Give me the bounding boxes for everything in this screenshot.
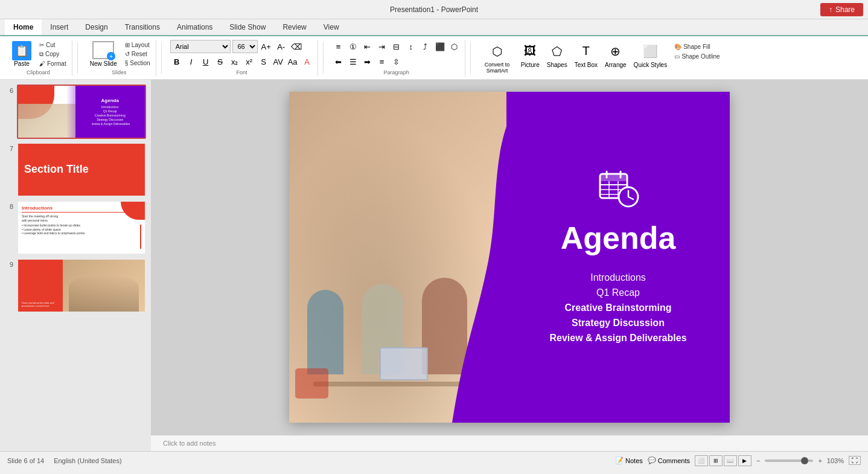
new-slide-label: New Slide <box>90 60 117 67</box>
share-button[interactable]: ↑ Share <box>820 3 863 16</box>
paragraph-group: ≡ ① ⇤ ⇥ ⊟ ↕ ⤴ ⬛ ⬡ ⬅ ☰ ➡ ≡ ⇳ Paragraph <box>328 40 465 76</box>
fit-slide-button[interactable]: ⛶ <box>849 456 861 465</box>
notes-bar[interactable]: Click to add notes <box>151 435 868 451</box>
slide-thumb-6[interactable]: Agenda IntroductionsQ1 RecapCreative Bra… <box>17 85 146 139</box>
cut-button[interactable]: ✂ Cut <box>37 41 68 49</box>
italic-button[interactable]: I <box>185 55 198 68</box>
increase-font-button[interactable]: A+ <box>260 40 273 53</box>
notes-placeholder[interactable]: Click to add notes <box>163 440 215 447</box>
paste-button[interactable]: 📋 Paste <box>8 40 35 68</box>
convert-smartart-label: Convert to SmartArt <box>482 62 512 74</box>
convert-smartart-button[interactable]: ⬡ Convert to SmartArt <box>479 40 515 75</box>
tab-slideshow[interactable]: Slide Show <box>221 19 274 35</box>
slide-sorter-button[interactable]: ⊞ <box>709 455 723 466</box>
align-center-button[interactable]: ☰ <box>346 55 360 68</box>
reset-icon: ↺ <box>125 51 130 57</box>
slide-info: Slide 6 of 14 <box>7 457 44 464</box>
format-button[interactable]: 🖌 Format <box>37 60 68 68</box>
tab-transitions[interactable]: Transitions <box>116 19 168 35</box>
numbering-button[interactable]: ① <box>346 40 360 53</box>
quick-styles-icon: ⬜ <box>641 42 659 60</box>
new-slide-button[interactable]: + New Slide <box>86 40 121 68</box>
shadow-button[interactable]: S <box>257 55 270 68</box>
smartart-convert-button[interactable]: ⬡ <box>448 40 461 53</box>
columns-button[interactable]: ⊟ <box>390 40 403 53</box>
slide-thumbnail-8[interactable]: 8 Introductions Start the meeting off st… <box>5 200 146 255</box>
subscript-button[interactable]: x₂ <box>228 55 241 68</box>
svg-rect-1 <box>600 174 627 181</box>
picture-button[interactable]: 🖼 Picture <box>518 40 543 70</box>
align-text-button[interactable]: ⬛ <box>433 40 447 53</box>
shape-outline-button[interactable]: ▭ Shape Outline <box>672 53 721 60</box>
clipboard-group: 📋 Paste ✂ Cut ⧉ Copy 🖌 Format Clipboard <box>5 40 72 76</box>
layout-button[interactable]: ⊞ Layout <box>123 41 152 49</box>
slide-thumbnail-6[interactable]: 6 Agenda IntroductionsQ1 RecapCreative B… <box>5 85 146 139</box>
slide-edit-area: Agenda Introductions Q1 Recap Creative B… <box>151 80 868 451</box>
format-label: Format <box>47 60 66 67</box>
sep3 <box>323 42 324 74</box>
drawing-group: ⬡ Convert to SmartArt 🖼 Picture ⬠ Shapes… <box>476 39 726 77</box>
clear-format-button[interactable]: ⌫ <box>290 40 303 53</box>
arrange-button[interactable]: ⊕ Arrange <box>602 40 630 70</box>
strikethrough-button[interactable]: S <box>214 55 227 68</box>
superscript-button[interactable]: x² <box>243 55 256 68</box>
line-height-button[interactable]: ⇳ <box>390 55 403 68</box>
change-case-button[interactable]: Aa <box>286 55 299 68</box>
slideshow-view-button[interactable]: ▶ <box>738 455 752 466</box>
reset-button[interactable]: ↺ Reset <box>123 50 152 58</box>
tab-review[interactable]: Review <box>274 19 314 35</box>
quick-styles-label: Quick Styles <box>634 62 668 68</box>
clipboard-group-label: Clipboard <box>27 69 50 75</box>
reset-label: Reset <box>132 51 147 57</box>
underline-button[interactable]: U <box>199 55 212 68</box>
slide-thumb-8[interactable]: Introductions Start the meeting off stro… <box>17 200 146 255</box>
justify-button[interactable]: ≡ <box>375 55 389 68</box>
slide-thumb-9[interactable]: Some text about this slide and presentat… <box>17 258 146 313</box>
align-right-button[interactable]: ➡ <box>361 55 374 68</box>
smartart-icon: ⬡ <box>488 42 506 60</box>
copy-button[interactable]: ⧉ Copy <box>37 50 68 59</box>
tab-home[interactable]: Home <box>5 18 42 35</box>
slide-thumb-7[interactable]: Section Title <box>17 143 146 197</box>
shape-fill-button[interactable]: 🎨 Shape Fill <box>672 43 721 51</box>
shapes-button[interactable]: ⬠ Shapes <box>544 40 570 70</box>
copy-icon: ⧉ <box>39 51 43 58</box>
quick-styles-button[interactable]: ⬜ Quick Styles <box>631 40 671 70</box>
tab-design[interactable]: Design <box>77 19 116 35</box>
font-group-label: Font <box>237 69 247 75</box>
reading-view-button[interactable]: 📖 <box>724 455 737 466</box>
normal-view-button[interactable]: ⬜ <box>695 455 708 466</box>
cut-label: Cut <box>46 42 56 48</box>
slide-thumbnail-9[interactable]: 9 Some text about this slide and present… <box>5 258 146 313</box>
zoom-level: 103% <box>827 457 844 464</box>
align-left-button[interactable]: ⬅ <box>332 55 345 68</box>
section-button[interactable]: § Section <box>123 59 152 67</box>
slide-thumbnail-7[interactable]: 7 Section Title <box>5 143 146 197</box>
slide-number-6: 6 <box>5 85 13 94</box>
zoom-slider[interactable] <box>765 460 813 462</box>
decrease-indent-button[interactable]: ⇤ <box>361 40 374 53</box>
agenda-item-5: Review & Assign Deliverables <box>549 333 686 344</box>
slide-7-title: Section Title <box>24 164 89 176</box>
notes-status-button[interactable]: 📝 Notes <box>615 456 643 464</box>
tab-insert[interactable]: Insert <box>42 19 77 35</box>
sep2 <box>161 42 162 74</box>
char-spacing-button[interactable]: AV <box>272 55 285 68</box>
font-size-select[interactable]: 66 <box>232 40 258 53</box>
decrease-font-button[interactable]: A- <box>275 40 288 53</box>
font-family-select[interactable]: Arial <box>170 40 231 53</box>
slide-number-7: 7 <box>5 143 13 152</box>
bold-button[interactable]: B <box>170 55 183 68</box>
main-slide[interactable]: Agenda Introductions Q1 Recap Creative B… <box>289 92 730 423</box>
comments-status-button[interactable]: 💬 Comments <box>648 456 690 464</box>
tab-animations[interactable]: Animations <box>168 19 221 35</box>
bullets-button[interactable]: ≡ <box>332 40 345 53</box>
agenda-item-2: Q1 Recap <box>549 287 686 298</box>
font-color-button[interactable]: A <box>301 55 314 68</box>
tab-view[interactable]: View <box>315 19 348 35</box>
notes-icon: 📝 <box>615 456 624 464</box>
line-spacing-button[interactable]: ↕ <box>404 40 418 53</box>
increase-indent-button[interactable]: ⇥ <box>375 40 389 53</box>
text-direction-button[interactable]: ⤴ <box>419 40 432 53</box>
textbox-button[interactable]: T Text Box <box>572 40 601 70</box>
